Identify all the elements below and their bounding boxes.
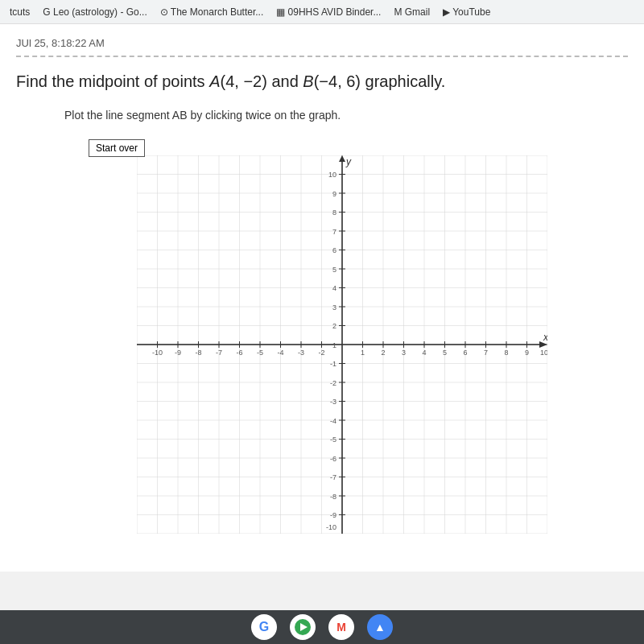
svg-text:-7: -7 <box>216 349 222 357</box>
svg-text:10: 10 <box>328 171 336 179</box>
svg-text:-6: -6 <box>236 349 242 357</box>
svg-text:-2: -2 <box>330 379 336 387</box>
svg-text:2: 2 <box>332 322 336 330</box>
svg-text:8: 8 <box>504 349 508 357</box>
google-icon[interactable]: G <box>251 614 277 640</box>
svg-text:-4: -4 <box>330 417 336 425</box>
svg-text:10: 10 <box>540 349 547 357</box>
svg-text:9: 9 <box>332 190 336 198</box>
bookmark-monarch[interactable]: ⊙ The Monarch Butter... <box>157 5 267 19</box>
gmail-icon[interactable]: M <box>328 614 354 640</box>
instruction-text: Plot the line segment AB by clicking twi… <box>64 109 628 122</box>
bookmark-leo[interactable]: G Leo (astrology) - Go... <box>39 5 150 19</box>
drive-icon[interactable]: ▲ <box>367 614 393 640</box>
svg-text:4: 4 <box>332 284 336 292</box>
timestamp: JUl 25, 8:18:22 AM <box>16 37 628 49</box>
svg-text:9: 9 <box>525 349 529 357</box>
svg-text:-9: -9 <box>175 349 181 357</box>
svg-text:-10: -10 <box>152 349 163 357</box>
svg-text:7: 7 <box>332 228 336 236</box>
svg-text:-10: -10 <box>326 523 336 531</box>
svg-text:1: 1 <box>361 349 365 357</box>
svg-text:y: y <box>345 156 352 167</box>
svg-text:-4: -4 <box>277 349 283 357</box>
svg-text:-3: -3 <box>298 349 304 357</box>
svg-text:4: 4 <box>422 349 426 357</box>
svg-text:-5: -5 <box>330 436 336 444</box>
bookmarks-bar: tcuts G Leo (astrology) - Go... ⊙ The Mo… <box>0 0 644 24</box>
svg-text:-8: -8 <box>330 493 336 501</box>
bookmark-gmail[interactable]: M Gmail <box>390 5 433 19</box>
graph-area[interactable]: Start over <box>16 131 628 550</box>
svg-text:5: 5 <box>332 266 336 274</box>
svg-text:-9: -9 <box>330 511 336 519</box>
svg-text:6: 6 <box>332 246 336 254</box>
svg-text:-8: -8 <box>195 349 201 357</box>
play-icon[interactable] <box>290 614 316 640</box>
svg-text:-6: -6 <box>330 455 336 463</box>
bottom-bar: G M ▲ <box>0 610 644 644</box>
svg-text:-2: -2 <box>318 349 324 357</box>
svg-text:-7: -7 <box>330 473 336 481</box>
svg-text:6: 6 <box>463 349 467 357</box>
svg-text:7: 7 <box>484 349 488 357</box>
bookmark-youtube[interactable]: ▶ YouTube <box>440 5 493 19</box>
svg-text:-5: -5 <box>257 349 263 357</box>
svg-text:x: x <box>543 332 547 343</box>
svg-text:5: 5 <box>443 349 447 357</box>
separator <box>16 56 628 57</box>
problem-title: Find the midpoint of points A(4, −2) and… <box>16 70 628 93</box>
bookmark-tcuts[interactable]: tcuts <box>6 5 33 19</box>
bookmark-avid[interactable]: ▦ 09HHS AVID Binder... <box>273 5 384 19</box>
svg-text:2: 2 <box>381 349 385 357</box>
svg-text:-3: -3 <box>330 398 336 406</box>
svg-text:1: 1 <box>332 341 336 349</box>
svg-text:8: 8 <box>332 208 336 217</box>
svg-text:3: 3 <box>332 303 336 312</box>
page-content: JUl 25, 8:18:22 AM Find the midpoint of … <box>0 24 644 572</box>
start-over-button[interactable]: Start over <box>89 139 145 157</box>
coordinate-graph[interactable]: -10 -9 -8 -7 -6 -5 -4 -3 -2 1 2 3 4 5 6 <box>137 155 547 534</box>
svg-text:-1: -1 <box>330 360 336 368</box>
svg-text:3: 3 <box>402 349 406 357</box>
graph-container[interactable]: Start over <box>89 139 555 542</box>
